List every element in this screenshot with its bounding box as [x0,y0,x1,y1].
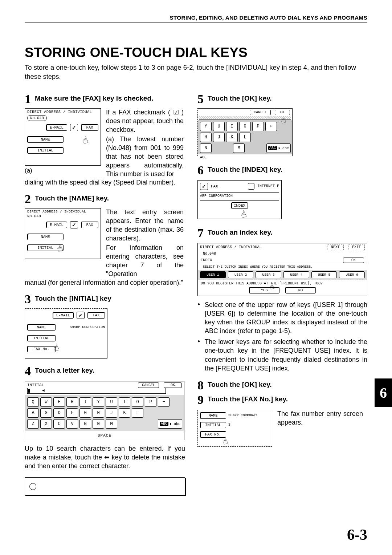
keyboard-key[interactable]: M [233,143,245,153]
user-index-button[interactable]: USER 4 [283,271,309,278]
ok-button[interactable]: OK [275,110,290,115]
step4-keyboard-screen: INITIAL CANCEL OK QWERTYUIOP⬅ ASDFGHJKL … [25,381,184,440]
step-1-header: 1 Make sure the [FAX] key is checked. [25,93,185,105]
keyboard-key[interactable]: J [213,133,225,142]
keyboard-key[interactable]: V [66,419,78,429]
blank-key [145,419,156,429]
ok-button[interactable]: OK [164,382,182,388]
step7-bullet-2: The lower keys are for selecting whether… [205,337,367,372]
keyboard-key[interactable]: Q [27,397,39,407]
keyboard-key[interactable]: W [40,397,52,407]
index-button[interactable]: INDEX [231,202,248,209]
keyboard-key[interactable]: G [79,408,91,418]
keyboard-key[interactable]: N [200,143,212,153]
running-header: STORING, EDITING, AND DELETING AUTO DIAL… [25,15,367,23]
step-heading: Touch the [NAME] key. [35,194,109,203]
faxno-field-button[interactable]: FAX No. [27,346,56,352]
keyboard-key[interactable]: X [40,419,52,429]
keyboard-key[interactable]: O [132,397,143,407]
keyboard-key[interactable]: Y [93,397,104,407]
exit-button[interactable]: EXIT [348,244,365,250]
keyboard-key[interactable]: I [226,122,238,131]
step-number: 6 [197,164,208,177]
keyboard-key[interactable]: I [119,397,130,407]
intro-paragraph: To store a one-touch key, follow steps 1… [25,63,367,81]
keyboard-key[interactable]: Z [27,419,39,429]
keyboard-key[interactable]: Y [200,122,212,131]
step-5-header: 5 Touch the [OK] key. [197,93,367,105]
step-number: 3 [25,293,35,305]
name-field-button[interactable]: NAME [27,234,64,240]
keyboard-mode-toggle[interactable]: ABC◗ abc [158,419,182,429]
keyboard-key[interactable]: S [40,408,52,418]
name-field-button[interactable]: NAME [27,324,56,331]
fax-checkbox[interactable]: ✓ [70,221,78,228]
step6-screen: ✓ FAX INTERNET-F ARP CORPORATION INDEX ☝ [197,180,282,219]
keyboard-mode-toggle[interactable]: ABC◗ abc [266,143,291,153]
keyboard-key[interactable]: C [53,419,65,429]
step-number: 4 [25,365,35,377]
step1-screen: DIRECT ADDRESS / INDIVIDUAL No.048 E-MAI… [25,108,101,166]
fax-field-button[interactable]: FAX [87,312,105,319]
user-index-button[interactable]: USER 1 [200,271,226,278]
internet-checkbox[interactable] [248,183,254,190]
keyboard-key[interactable]: E [53,397,65,407]
keyboard-key[interactable]: M [106,419,117,429]
keyboard-key[interactable]: H [200,133,212,142]
fax-field-button[interactable]: FAX [81,222,98,228]
fax-checkbox[interactable]: ✓ [200,183,208,190]
keyboard-key[interactable]: K [226,133,238,142]
user-index-button[interactable]: USER 2 [228,271,254,278]
email-field-button[interactable]: E-MAIL [53,312,74,319]
initial-field-button[interactable]: INITIAL [200,422,226,428]
ok-button[interactable]: OK [343,258,364,263]
screen-title: DIRECT ADDRESS / INDIVIDUAL [200,245,262,249]
index-label: INDEX [201,258,212,262]
keyboard-key[interactable]: N [93,419,104,429]
cancel-button[interactable]: CANCEL [250,110,271,115]
name-field-button[interactable]: NAME [200,412,226,419]
keyboard-key[interactable]: F [66,408,78,418]
fax-field-button[interactable]: FAX [81,124,98,131]
keyboard-key[interactable]: B [79,419,91,429]
keyboard-key[interactable]: R [66,397,78,407]
keyboard-key[interactable]: P [252,122,264,131]
email-field-button[interactable]: E-MAIL [46,222,67,228]
step-number: 2 [25,193,35,205]
space-key[interactable]: SPACE [25,431,184,440]
name-field-button[interactable]: NAME [27,136,64,143]
step7-index-screen: DIRECT ADDRESS / INDIVIDUAL NEXT EXIT No… [197,243,367,296]
initial-field-button[interactable]: INITIAL [27,147,64,154]
no-button[interactable]: NO [285,287,316,293]
user-index-button[interactable]: USER 5 [311,271,337,278]
user-index-button[interactable]: USER 3 [256,271,281,278]
step5-screen: CANCEL OK YUIOP⬅ HJKL NMABC◗ abc ACE ☝ [197,108,293,156]
backspace-key[interactable]: ⬅ [265,122,277,131]
user-index-button[interactable]: USER 6 [339,271,365,278]
cancel-button[interactable]: CANCEL [138,382,159,388]
step1-desc-1: If a FAX checkmark ( ☑ ) does not appear… [106,108,184,134]
backspace-key[interactable]: ⬅ [158,397,170,407]
keyboard-key[interactable]: A [27,408,39,418]
fax-checkbox[interactable]: ✓ [77,312,85,319]
keyboard-key[interactable]: P [145,397,156,407]
keyboard-key[interactable]: U [213,122,225,131]
keyboard-key[interactable]: H [93,408,104,418]
keyboard-key[interactable]: J [106,408,117,418]
text-cursor-field[interactable] [27,388,166,394]
fax-checkbox[interactable]: ✓ [70,124,78,131]
keyboard-key[interactable]: K [119,408,130,418]
keyboard-key[interactable]: D [53,408,65,418]
step-6-header: 6 Touch the [INDEX] key. [197,164,367,177]
keyboard-key[interactable]: O [239,122,251,131]
next-button[interactable]: NEXT [327,244,344,250]
email-field-button[interactable]: E-MAIL [46,124,67,131]
keyboard-key[interactable]: L [239,133,251,142]
keyboard-key[interactable]: L [132,408,143,418]
keyboard-key[interactable]: U [106,397,117,407]
step-heading: Touch the [FAX No.] key. [208,395,288,404]
initial-field-button[interactable]: INITIAL [27,335,56,341]
step3-screen: E-MAIL ✓ FAX NAME SHARP CORPORATION INIT… [25,308,107,358]
blank-key [119,419,130,429]
keyboard-key[interactable]: T [79,397,91,407]
